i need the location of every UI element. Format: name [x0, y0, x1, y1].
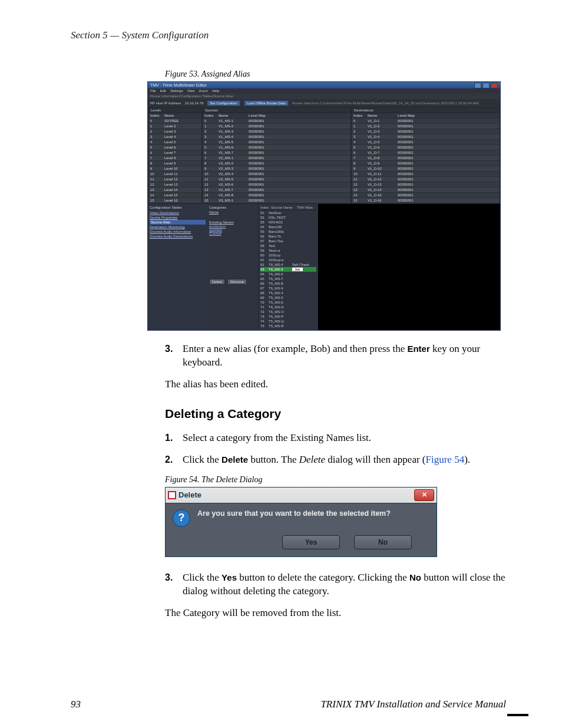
table-row[interactable]: 12V1_D-1300030001: [352, 182, 500, 187]
table-row[interactable]: 7Level 8: [148, 156, 201, 161]
table-row[interactable]: 1Level 2: [148, 124, 201, 129]
table-row[interactable]: 9V2_MS-300030001: [203, 166, 351, 172]
dest-col-levelmap: Level Map: [396, 113, 500, 118]
table-row[interactable]: 11V2_MS-500030001: [203, 177, 351, 182]
sidebar-item[interactable]: Destination Monitoring: [150, 225, 206, 229]
table-row[interactable]: 4V1_MS-500030001: [203, 140, 351, 145]
list-item[interactable]: 57Bars-7ba: [260, 239, 316, 243]
table-row[interactable]: 10Level 11: [148, 172, 201, 177]
sidebar-item[interactable]: Discrete Audio Destinations: [150, 234, 206, 239]
table-row[interactable]: 15Level 16: [148, 198, 201, 203]
table-row[interactable]: 8V1_D-900030001: [352, 161, 500, 166]
table-row[interactable]: 2Level 3: [148, 129, 201, 134]
table-row[interactable]: 6V1_D-700030001: [352, 150, 500, 156]
list-item[interactable]: 67T6_MS-9: [260, 286, 316, 291]
table-row[interactable]: 2V1_MS-300030001: [203, 129, 351, 134]
table-row[interactable]: 1V1_MS-200030001: [203, 124, 351, 129]
load-offline-button[interactable]: Load Offline Router Data: [244, 100, 289, 106]
table-row[interactable]: 13V2_MS-700030001: [203, 187, 351, 193]
list-item[interactable]: 62T6_MS-4Self Check: [260, 262, 316, 267]
list-item[interactable]: 55Bars100a: [260, 229, 316, 234]
list-item[interactable]: 51NetSow: [260, 210, 316, 215]
alias-edit-input[interactable]: Job: [292, 268, 303, 271]
menu-settings[interactable]: Settings: [170, 89, 183, 93]
figure-53-screenshot: TMV - Trinix MultiViewer Editor File Edi…: [147, 81, 501, 331]
table-row[interactable]: 3V1_D-400030001: [352, 134, 500, 140]
table-row[interactable]: 8Level 9: [148, 161, 201, 166]
table-row[interactable]: 14V2_MS-800030001: [203, 193, 351, 198]
list-item[interactable]: 52DSL-TEST: [260, 215, 316, 220]
minimize-icon[interactable]: [474, 83, 481, 88]
menu-file[interactable]: File: [150, 89, 156, 93]
list-item[interactable]: 58Test: [260, 243, 316, 248]
sidebar-item[interactable]: Video Destinations: [150, 210, 206, 215]
list-item[interactable]: 601031op: [260, 253, 316, 258]
table-row[interactable]: 0V1_MS-100030001: [203, 118, 351, 124]
list-item[interactable]: 73T6_MS-P: [260, 314, 316, 319]
figure-54-reference[interactable]: Figure 54: [426, 454, 465, 465]
yes-button[interactable]: Yes: [282, 535, 340, 549]
table-row[interactable]: 0V1_D-100030001: [352, 118, 500, 124]
table-row[interactable]: 12V2_MS-600030001: [203, 182, 351, 187]
table-row[interactable]: 9Level 10: [148, 166, 201, 172]
list-item[interactable]: 59Testx-a: [260, 248, 316, 253]
list-item[interactable]: 72T6_MS-O: [260, 309, 316, 314]
list-item[interactable]: 66T6_MS-8: [260, 281, 316, 286]
list-item[interactable]: 63T6_MS-5Job: [260, 267, 316, 272]
no-button[interactable]: No: [354, 535, 412, 549]
set-configuration-button[interactable]: Set Configuration: [207, 100, 240, 106]
list-item[interactable]: 70T5_MS-6: [260, 300, 316, 305]
sidebar-item[interactable]: Discrete Audio Information: [150, 229, 206, 234]
table-row[interactable]: 0SDTREE: [148, 118, 201, 124]
table-row[interactable]: 3Level 4: [148, 134, 201, 140]
table-row[interactable]: 14V1_D-1500030001: [352, 193, 500, 198]
list-item[interactable]: 64T6_MS-6: [260, 272, 316, 276]
table-row[interactable]: 8V2_MS-200030001: [203, 161, 351, 166]
table-row[interactable]: 4V1_D-500030001: [352, 140, 500, 145]
table-row[interactable]: 14Level 15: [148, 193, 201, 198]
table-row[interactable]: 9V1_D-1000030001: [352, 166, 500, 172]
table-row[interactable]: 13V1_D-1400030001: [352, 187, 500, 193]
menu-help[interactable]: Help: [212, 89, 219, 93]
table-row[interactable]: 12Level 13: [148, 182, 201, 187]
rename-button[interactable]: Rename: [227, 279, 247, 285]
table-row[interactable]: 5V1_MS-600030001: [203, 145, 351, 150]
table-row[interactable]: 5Level 6: [148, 145, 201, 150]
menu-edit[interactable]: Edit: [160, 89, 166, 93]
sidebar-item[interactable]: Device Properties: [150, 215, 206, 220]
list-item[interactable]: 68T5_MS-4: [260, 291, 316, 295]
menu-view[interactable]: View: [187, 89, 195, 93]
table-row[interactable]: 6V1_MS-700030001: [203, 150, 351, 156]
table-row[interactable]: 3V1_MS-400030001: [203, 134, 351, 140]
maximize-icon[interactable]: [482, 83, 490, 88]
delete-button[interactable]: Delete: [209, 279, 225, 285]
table-row[interactable]: 13Level 14: [148, 187, 201, 193]
table-row[interactable]: 10V1_D-1100030001: [352, 172, 500, 177]
table-row[interactable]: 5V1_D-600030001: [352, 145, 500, 150]
table-row[interactable]: 15V1_D-1600030001: [352, 198, 500, 203]
table-row[interactable]: 4Level 5: [148, 140, 201, 145]
sidebar-item[interactable]: Source Alias: [150, 220, 206, 225]
list-item[interactable]: 69T5_MS-5: [260, 295, 316, 300]
list-item[interactable]: 56Bars-7b: [260, 234, 316, 239]
table-row[interactable]: 15V3_MS-100030001: [203, 198, 351, 203]
table-row[interactable]: 7V1_D-800030001: [352, 156, 500, 161]
step-number: 3.: [165, 342, 183, 370]
list-item[interactable]: 611031op-a: [260, 258, 316, 262]
table-row[interactable]: 2V1_D-300030001: [352, 129, 500, 134]
list-item[interactable]: 71T6_MS-N: [260, 305, 316, 309]
list-item[interactable]: 53KR14ID1: [260, 220, 316, 225]
menu-zoom[interactable]: Zoom: [199, 89, 208, 93]
table-row[interactable]: 6Level 7: [148, 150, 201, 156]
table-row[interactable]: 10V2_MS-400030001: [203, 172, 351, 177]
close-icon[interactable]: [491, 83, 498, 88]
list-item[interactable]: 54Bars100: [260, 225, 316, 229]
list-item[interactable]: 65T6_MS-7: [260, 276, 316, 281]
table-row[interactable]: 7V2_MS-100030001: [203, 156, 351, 161]
table-row[interactable]: 1V1_D-200030001: [352, 124, 500, 129]
table-row[interactable]: 11Level 12: [148, 177, 201, 182]
table-row[interactable]: 11V1_D-1200030001: [352, 177, 500, 182]
list-item[interactable]: 74T5_MS-Q: [260, 319, 316, 324]
list-item[interactable]: 75T5_MS-R: [260, 324, 316, 328]
dialog-close-button[interactable]: ✕: [414, 489, 434, 501]
